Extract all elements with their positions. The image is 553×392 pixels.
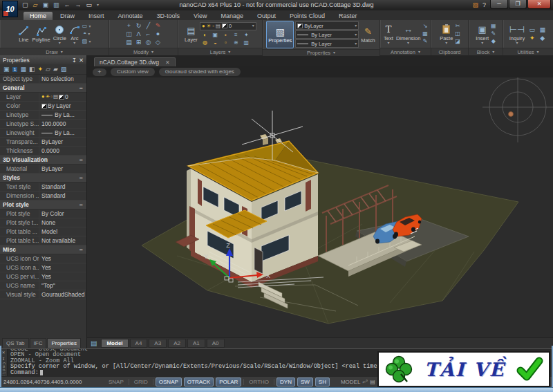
explode-icon[interactable]: ● [153,30,163,38]
paper-status-icon[interactable]: ▤ [370,379,375,385]
draw-panel-expand-icon[interactable]: ▾ [61,50,63,54]
quick-calc-icon[interactable]: ▦ [537,26,547,34]
osnap-toggle[interactable]: OSNAP [156,377,182,386]
ellipse-icon[interactable]: ◓ ▾ [83,30,90,37]
array-icon[interactable]: ⊞ [134,38,144,46]
leader-icon[interactable]: ↘ [423,23,428,30]
plot-style-value[interactable]: By Color [39,209,86,218]
document-tab[interactable]: nCAD.Cottage 3D.dwg✕ [94,57,176,66]
sh-toggle[interactable]: SH [315,377,330,386]
copy-clip-icon[interactable]: ◫ [455,30,460,37]
tab-points-cloud[interactable]: Points Cloud [283,12,331,20]
section-misc[interactable]: Misc− [0,245,86,254]
sheets-icon[interactable]: ▤ [91,339,97,347]
layers-panel-expand-icon[interactable]: ▾ [228,50,230,54]
utilities-panel-expand-icon[interactable]: ▾ [537,50,539,54]
section-styles[interactable]: Styles− [0,174,86,183]
layer-unlock-icon[interactable]: ▫ [221,39,231,46]
grid-toggle[interactable]: GRID [131,378,151,386]
hatch-icon[interactable]: ▨ ▾ [82,38,91,45]
add-view-button[interactable]: + [93,68,106,76]
tab-3d-tools[interactable]: 3D-tools [151,12,187,20]
ortho-toggle[interactable]: ORTHO [246,378,272,386]
layout-tab-a2[interactable]: A2 [168,339,186,348]
tab-qs[interactable]: QS Tab [2,338,29,348]
quick-select-palette-icon[interactable]: ▦ [20,66,26,73]
collapse-icon[interactable]: − [79,84,83,91]
layer-properties-icon[interactable]: ◐ [200,31,210,39]
color-select[interactable]: ByLayer ▾ [295,21,359,30]
text-button[interactable]: T Text▾ [383,24,394,45]
layer-merge-icon[interactable]: ≋ [231,39,241,46]
section-3d-visualization[interactable]: 3D Visualization− [0,156,86,165]
ucs-name-value[interactable]: "Top" [39,281,86,290]
save-settings-icon[interactable]: ▰ [53,66,58,73]
layout-tab-a1[interactable]: A1 [187,339,205,348]
layout-tab-model[interactable]: Model [101,339,128,348]
toolbox-icon[interactable]: ▨ [472,1,478,8]
table-icon[interactable]: ▦ [422,30,428,37]
lineweight-select[interactable]: By Layer ▾ [295,39,359,48]
material-value[interactable]: ByLayer [39,165,86,173]
dimension-button[interactable]: ↔ Dimension▾ [395,24,421,45]
redo-icon[interactable]: → [75,2,81,8]
plot-table-type-value[interactable]: Not available [39,236,86,245]
shade-mode-pill[interactable]: Gouraud shaded with edges [159,68,241,76]
layout-tab-a0[interactable]: A0 [207,339,225,348]
layer-off-icon[interactable]: ◍ [200,39,210,46]
highlight-icon[interactable]: ✦ [37,66,43,73]
collapse-icon[interactable]: − [79,201,83,208]
tab-raster[interactable]: Raster [332,12,364,20]
scale-icon[interactable]: ◇ [153,38,163,46]
undo-icon[interactable]: ← [64,2,70,8]
layer-prev-icon[interactable]: ▥ [241,39,252,46]
dyn-toggle[interactable]: DYN [276,377,295,386]
collapse-icon[interactable]: − [79,174,83,181]
layer-walk-icon[interactable]: ≡ [231,31,241,39]
create-block-icon[interactable]: ▦ [491,23,496,30]
thickness-value[interactable]: 0.0000 [39,147,86,155]
otrack-toggle[interactable]: OTRACK [184,377,214,386]
tab-home[interactable]: Home [24,12,53,20]
polyline-button[interactable]: Polyline [31,25,50,43]
select-window-icon[interactable]: ▭ [527,26,537,34]
lineweight-value[interactable]: By La... [39,129,86,137]
edit-text-icon[interactable]: ✎ [423,38,428,45]
quick-access-more-icon[interactable]: ▾ [97,3,99,7]
modify-panel-expand-icon[interactable]: ▾ [151,50,153,54]
view-name-pill[interactable]: Custom view [111,68,155,76]
insert-block-button[interactable]: ▣ Insert▾ [475,24,489,45]
copy-base-icon[interactable]: ◪ [455,38,460,45]
command-pin-icon[interactable]: ↧ [2,356,5,362]
tab-draw[interactable]: Draw [54,12,81,20]
paste-button[interactable]: Paste▾ [439,24,453,45]
drawing-viewport[interactable]: Z Y X [87,77,553,337]
move-icon[interactable]: + [124,21,134,30]
section-plot-style[interactable]: Plot style− [0,200,86,209]
minimize-button[interactable]: ─ [490,0,508,9]
arc-button[interactable]: Arc▾ [68,24,81,45]
download-banner[interactable]: TẢI VỀ [377,351,550,387]
new-file-icon[interactable]: ▢ [22,2,28,8]
linetype-value[interactable]: By La... [39,111,86,119]
command-close-icon[interactable]: ✕ [2,350,5,355]
point-style-icon[interactable]: ◆ [537,34,547,42]
mirror-icon[interactable]: Λ [134,30,144,38]
line-button[interactable]: Line [17,25,30,43]
open-file-icon[interactable]: ▱ [33,2,38,8]
ucs-icon-on-value[interactable]: Yes [39,254,86,263]
copy-properties-icon[interactable]: ◧ [29,66,35,73]
attributes-icon[interactable]: ◆ [491,38,496,45]
layer-isolate-icon[interactable]: ▪ [221,31,231,39]
nanocad-logo-icon[interactable]: 10 [2,1,18,17]
plot-style-table-value[interactable]: None [39,218,86,227]
layout-tab-a4[interactable]: A4 [130,339,148,348]
ucs-status-icon[interactable]: ⌐° [362,379,368,385]
view-compass[interactable] [482,77,553,142]
close-button[interactable]: ✕ [527,0,551,9]
tab-insert[interactable]: Insert [82,12,111,20]
dim-style-value[interactable]: Standard [39,192,86,200]
doc-close-icon[interactable]: ✕ [165,59,170,66]
rectangle-icon[interactable]: ▭ ▾ [82,23,91,30]
properties-panel-expand-icon[interactable]: ▾ [333,51,335,55]
